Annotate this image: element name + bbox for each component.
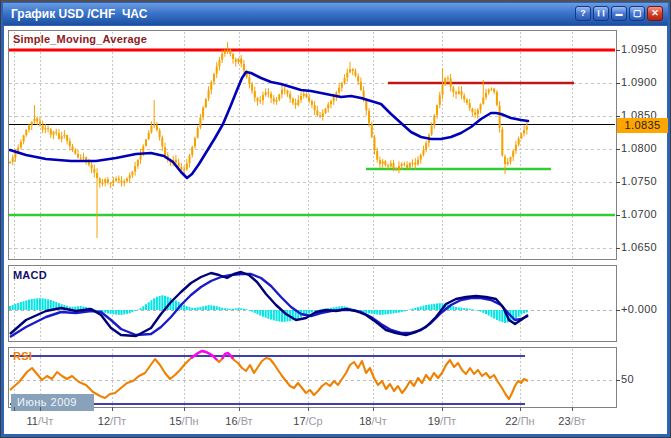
price-tick-label: 1.0700 [621,208,669,221]
month-label: Июнь 2009 [11,394,94,411]
time-tick-mark [40,407,41,411]
window-button-restore[interactable]: ▢ [629,6,645,21]
time-tick-mark [239,407,240,411]
time-tick-mark [184,407,185,411]
price-tick-mark [616,83,620,84]
time-axis-label: 23/Вт [549,415,595,429]
window-button-minimize[interactable]: ▬ [611,6,627,21]
price-tick-label: 1.0900 [621,76,669,89]
rsi-chart-canvas [9,348,616,407]
price-tick-mark [616,215,620,216]
time-axis-label: 12/Пт [89,415,135,429]
macd-zero-label: +0.000 [621,303,669,316]
window-button-pause[interactable]: ❙❙ [593,6,609,21]
window-buttons: ?❙❙▬▢✕ [575,6,663,21]
time-tick-mark [520,407,521,411]
title-bar[interactable]: График USD /CHF ЧАС ?❙❙▬▢✕ [3,3,668,25]
time-tick-mark [14,407,15,411]
time-axis-label: 15/Пн [161,415,207,429]
window-title: График USD /CHF ЧАС [11,3,147,25]
sma-indicator-label: Simple_Moving_Average [13,33,147,45]
window-button-close[interactable]: ✕ [647,6,663,21]
price-tick-label: 1.0650 [621,241,669,254]
price-tick-mark [616,248,620,249]
price-tick-label: 1.0950 [621,43,669,56]
macd-chart-canvas [9,266,616,341]
rsi-panel-label: RSI [13,350,32,362]
chart-window: График USD /CHF ЧАС ?❙❙▬▢✕ Simple_Moving… [0,0,671,438]
time-tick-mark [308,407,309,411]
price-tick-mark [616,116,620,117]
time-tick-mark [112,407,113,411]
time-tick-mark [373,407,374,411]
price-tick-label: 1.0800 [621,142,669,155]
time-axis-label: 19/Пт [419,415,465,429]
time-axis-label: 16/Вт [216,415,262,429]
price-tick-mark [616,149,620,150]
time-axis-label: 22/Пн [497,415,543,429]
time-axis-label: 11/Чт [17,415,63,429]
price-tick-mark [616,50,620,51]
price-chart-canvas [9,31,616,259]
price-tick-label: 1.0750 [621,175,669,188]
window-button-help[interactable]: ? [575,6,591,21]
rsi-50-tick [616,380,620,381]
time-tick-mark [442,407,443,411]
time-axis-label: 17/Ср [285,415,331,429]
chart-client-area: Simple_Moving_Average MACD RSI 1.09501.0… [4,26,667,434]
macd-panel-label: MACD [13,269,47,281]
time-tick-mark [572,407,573,411]
price-tick-mark [616,182,620,183]
macd-zero-tick [616,310,620,311]
current-price-tag: 1.0835 [617,118,668,133]
time-axis-label: 18/Чт [350,415,396,429]
rsi-50-label: 50 [621,373,669,386]
